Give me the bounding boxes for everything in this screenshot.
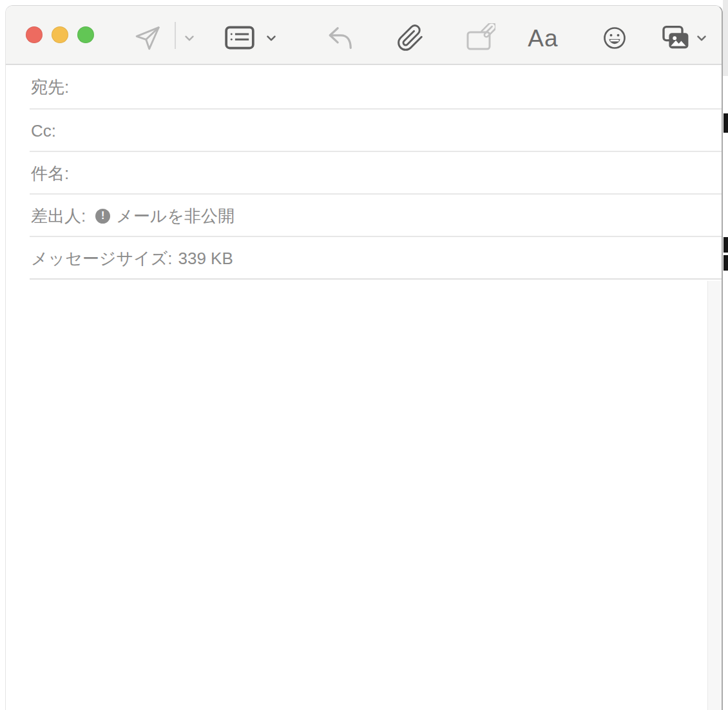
from-label: 差出人: <box>31 205 86 227</box>
message-size-row: メッセージサイズ: 339 KB <box>6 237 722 280</box>
toolbar: Aa <box>6 6 722 65</box>
chevron-down-icon <box>694 31 709 45</box>
include-attachments-button[interactable] <box>462 20 498 56</box>
compose-window: Aa <box>5 5 723 710</box>
info-exclamation-icon: ! <box>95 209 110 224</box>
header-fields-icon <box>224 24 256 52</box>
send-button[interactable] <box>129 20 166 56</box>
window-controls <box>26 26 94 43</box>
minimize-button[interactable] <box>52 26 68 43</box>
background-window-text-fragment <box>723 255 728 271</box>
background-window-text-fragment <box>723 237 728 253</box>
subject-field[interactable]: 件名: <box>6 152 722 195</box>
attach-button[interactable] <box>392 20 428 56</box>
zoom-button[interactable] <box>77 26 94 43</box>
close-button[interactable] <box>26 26 43 43</box>
cc-field[interactable]: Cc: <box>6 110 722 152</box>
header-fields-button[interactable] <box>221 20 258 56</box>
header-fields-area: 宛先: Cc: 件名: 差出人: ! メールを非公開 メッセージサイズ: 339… <box>6 65 722 280</box>
background-window-strip <box>723 0 728 76</box>
emoji-smile-icon <box>602 25 627 51</box>
cc-label: Cc: <box>31 121 56 141</box>
subject-label: 件名: <box>31 162 69 185</box>
photos-icon <box>660 23 692 53</box>
paperclip-icon <box>396 24 425 52</box>
document-paperclip-icon <box>465 23 495 53</box>
reply-arrow-icon <box>325 24 355 52</box>
message-body[interactable] <box>6 280 722 710</box>
send-options-button[interactable] <box>175 20 204 56</box>
header-fields-options-button[interactable] <box>258 20 284 56</box>
message-size-label: メッセージサイズ: <box>31 247 173 270</box>
from-field[interactable]: 差出人: ! メールを非公開 <box>6 195 722 237</box>
message-size-value: 339 KB <box>178 249 233 269</box>
reply-button[interactable] <box>322 20 358 56</box>
to-label: 宛先: <box>31 76 69 99</box>
background-window-text-fragment <box>723 113 728 133</box>
emoji-button[interactable] <box>597 20 633 56</box>
format-text-icon: Aa <box>528 26 558 50</box>
chevron-down-icon <box>264 31 278 45</box>
format-button[interactable]: Aa <box>525 20 561 56</box>
photo-browser-options-button[interactable] <box>688 20 715 56</box>
hide-my-email-value: メールを非公開 <box>116 205 235 227</box>
body-scrollbar-track[interactable] <box>707 281 722 710</box>
chevron-down-icon <box>182 31 196 45</box>
paper-plane-icon <box>133 23 162 53</box>
to-field[interactable]: 宛先: <box>6 65 722 110</box>
